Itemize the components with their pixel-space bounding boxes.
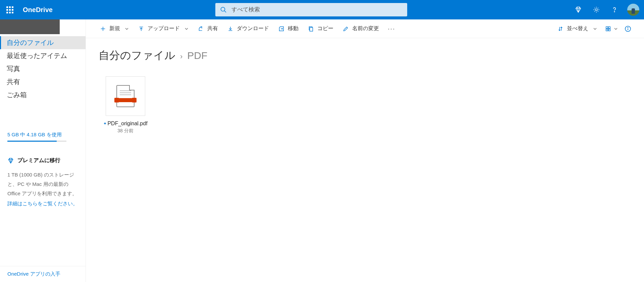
move-button[interactable]: 移動 xyxy=(274,19,303,38)
share-label: 共有 xyxy=(207,25,218,32)
premium-upsell: プレミアムに移行 1 TB (1000 GB) のストレージと、PC や Mac… xyxy=(7,157,78,207)
svg-point-2 xyxy=(595,9,597,11)
file-name: PDF_original.pdf xyxy=(107,121,147,127)
edit-icon xyxy=(343,26,349,32)
sidebar-footer: OneDrive アプリの入手 xyxy=(0,266,86,282)
file-item[interactable]: ✦ PDF_original.pdf 38 分前 xyxy=(99,76,152,134)
svg-point-3 xyxy=(614,11,615,12)
gear-icon xyxy=(593,6,600,13)
svg-line-1 xyxy=(224,11,226,12)
more-actions-button[interactable]: ··· xyxy=(384,25,399,32)
svg-rect-13 xyxy=(606,29,608,30)
help-button[interactable] xyxy=(606,0,623,19)
upload-button[interactable]: アップロード xyxy=(133,19,193,38)
premium-learn-more-link[interactable]: 詳細はこちらをご覧ください。 xyxy=(7,201,78,207)
app-header: OneDrive xyxy=(0,0,644,19)
upload-label: アップロード xyxy=(148,25,180,32)
copy-button[interactable]: コピー xyxy=(303,19,338,38)
storage-usage-link[interactable]: 5 GB 中 4.18 GB を使用 xyxy=(7,132,78,138)
diamond-icon xyxy=(575,6,582,13)
upload-icon xyxy=(138,26,144,32)
diamond-icon xyxy=(7,157,14,164)
toolbar-right: 並べ替え xyxy=(553,19,635,38)
svg-rect-11 xyxy=(606,26,608,28)
premium-title: プレミアムに移行 xyxy=(7,157,78,164)
app-launcher-button[interactable] xyxy=(0,0,19,19)
chevron-down-icon xyxy=(614,27,618,31)
sidebar: 自分のファイル 最近使ったアイテム 写真 共有 ごみ箱 5 GB 中 4.18 … xyxy=(0,19,86,282)
premium-title-text: プレミアムに移行 xyxy=(17,157,60,164)
search-icon xyxy=(220,6,227,13)
file-timestamp: 38 分前 xyxy=(99,128,152,134)
svg-rect-10 xyxy=(310,27,313,31)
user-avatar[interactable] xyxy=(627,4,639,16)
svg-rect-14 xyxy=(608,29,610,30)
svg-point-17 xyxy=(628,27,628,28)
search-container xyxy=(215,3,407,16)
settings-button[interactable] xyxy=(588,0,604,19)
svg-point-0 xyxy=(221,7,225,11)
file-name-row: ✦ PDF_original.pdf xyxy=(99,121,152,127)
share-button[interactable]: 共有 xyxy=(193,19,223,38)
grid-view-icon xyxy=(605,26,611,32)
header-actions xyxy=(570,0,639,19)
nav-trash[interactable]: ごみ箱 xyxy=(0,88,86,101)
sort-label: 並べ替え xyxy=(567,25,588,32)
copy-label: コピー xyxy=(317,25,333,32)
get-app-link[interactable]: OneDrive アプリの入手 xyxy=(7,271,78,277)
search-input[interactable] xyxy=(215,3,407,16)
file-grid: ✦ PDF_original.pdf 38 分前 xyxy=(86,66,644,144)
breadcrumb: 自分のファイル › PDF xyxy=(86,38,644,66)
chevron-down-icon xyxy=(184,27,189,31)
download-button[interactable]: ダウンロード xyxy=(223,19,274,38)
nav-shared[interactable]: 共有 xyxy=(0,75,86,88)
sort-button[interactable]: 並べ替え xyxy=(553,19,602,38)
info-icon xyxy=(625,25,631,32)
chevron-right-icon: › xyxy=(180,52,182,61)
info-button[interactable] xyxy=(621,25,635,32)
download-label: ダウンロード xyxy=(237,25,269,32)
new-button[interactable]: 新規 xyxy=(95,19,133,38)
brand-title[interactable]: OneDrive xyxy=(23,6,53,14)
svg-rect-12 xyxy=(608,26,610,28)
rename-label: 名前の変更 xyxy=(352,25,379,32)
storage-progress-fill xyxy=(7,141,57,142)
download-icon xyxy=(227,26,233,32)
help-icon xyxy=(611,6,618,13)
move-label: 移動 xyxy=(288,25,299,32)
nav-recent[interactable]: 最近使ったアイテム xyxy=(0,49,86,62)
nav-photos[interactable]: 写真 xyxy=(0,62,86,75)
new-indicator-icon: ✦ xyxy=(103,121,107,126)
premium-description: 1 TB (1000 GB) のストレージと、PC や Mac 用の最新の Of… xyxy=(7,170,78,198)
view-mode-button[interactable] xyxy=(602,19,621,38)
chevron-down-icon xyxy=(593,27,597,31)
sort-icon xyxy=(557,26,564,32)
file-thumbnail xyxy=(106,76,145,116)
plus-icon xyxy=(100,26,106,32)
rename-button[interactable]: 名前の変更 xyxy=(338,19,384,38)
share-icon xyxy=(198,26,204,32)
chevron-down-icon xyxy=(125,27,129,31)
new-label: 新規 xyxy=(109,25,120,32)
breadcrumb-current: PDF xyxy=(187,50,207,61)
nav-my-files[interactable]: 自分のファイル xyxy=(0,36,86,49)
command-bar: 新規 アップロード 共有 ダウンロード 移動 コピー xyxy=(86,19,644,38)
copy-icon xyxy=(308,26,314,32)
move-icon xyxy=(278,26,284,32)
pdf-file-icon xyxy=(116,85,135,107)
breadcrumb-root[interactable]: 自分のファイル xyxy=(99,48,175,63)
premium-icon-button[interactable] xyxy=(570,0,586,19)
waffle-icon xyxy=(6,6,13,13)
main-content: 新規 アップロード 共有 ダウンロード 移動 コピー xyxy=(86,19,644,282)
account-name-redacted xyxy=(0,19,60,34)
sidebar-nav: 自分のファイル 最近使ったアイテム 写真 共有 ごみ箱 xyxy=(0,34,86,101)
storage-progress xyxy=(7,141,66,142)
